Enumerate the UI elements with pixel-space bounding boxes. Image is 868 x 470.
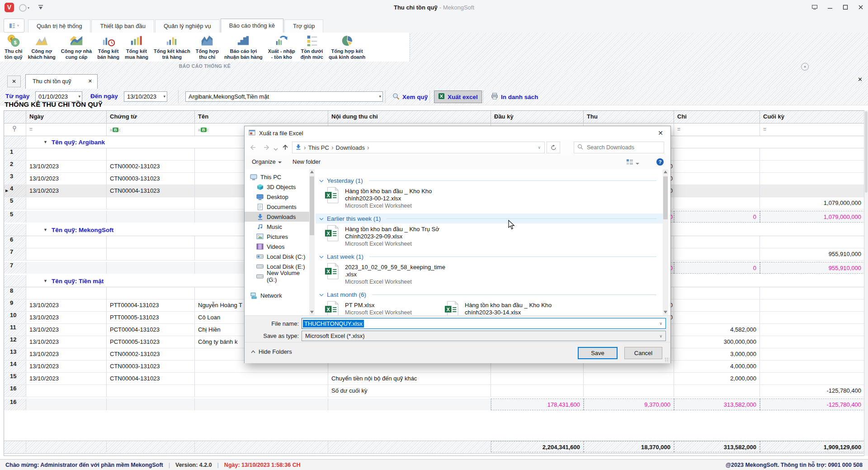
- scroll-up-icon[interactable]: [310, 171, 314, 174]
- refresh-icon[interactable]: [547, 142, 560, 153]
- chevron-down-icon[interactable]: ∨: [659, 334, 662, 338]
- column-header[interactable]: Cuối kỳ: [760, 111, 864, 123]
- chevron-down-icon[interactable]: [274, 146, 278, 152]
- minimize-icon[interactable]: [826, 5, 834, 11]
- export-excel-button[interactable]: Xuất excel: [434, 90, 482, 103]
- file-group-header[interactable]: Yesterday (1): [316, 176, 663, 185]
- ribbon-item-tong-ket-mua-hang[interactable]: Tổng kếtmua hàng: [122, 33, 151, 60]
- chevron-down-icon[interactable]: ▾: [78, 92, 80, 101]
- file-item[interactable]: XPT PM.xlsxMicrosoft Excel Worksheet: [325, 301, 442, 315]
- scroll-down-icon[interactable]: [664, 311, 667, 314]
- sidebar-item-network[interactable]: Network: [245, 290, 309, 300]
- forward-icon[interactable]: [263, 144, 270, 152]
- scroll-up-icon[interactable]: [664, 171, 667, 174]
- sidebar-item-local-disk-c[interactable]: Local Disk (C:): [245, 252, 309, 261]
- close-all-tabs-button[interactable]: ✕: [7, 76, 21, 87]
- filter-cell-pin[interactable]: [4, 123, 26, 136]
- ribbon-item-cong-no-khach-hang[interactable]: Công nợkhách hàng: [25, 33, 58, 60]
- file-name-input[interactable]: THUCHITONQUY.xlsx ∨: [302, 318, 666, 329]
- sidebar-item-videos[interactable]: Videos: [245, 242, 309, 252]
- ribbon-item-cong-no-nha-cung-cap[interactable]: Công nợ nhàcung cấp: [58, 33, 94, 60]
- sidebar-scrollbar[interactable]: [309, 169, 315, 315]
- ribbon-item-bao-cao-loi-nhuan-ban-hang[interactable]: Báo cáo lợinhuận bán hàng: [222, 33, 265, 60]
- sidebar-item-this-pc[interactable]: This PC: [245, 172, 309, 182]
- chevron-down-icon[interactable]: [319, 253, 324, 260]
- sidebar-item-downloads[interactable]: Downloads: [245, 212, 309, 222]
- sidebar-item-documents[interactable]: Documents: [245, 202, 309, 212]
- ribbon-item-tong-hop-ket-qua-kinh-doanh[interactable]: Tổng hợp kếtquả kinh doanh: [326, 33, 368, 60]
- column-header[interactable]: Ngày: [26, 111, 107, 123]
- data-row[interactable]: 16Số dư cuối kỳ-125,780,400: [4, 385, 864, 397]
- filter-cell-equals[interactable]: =: [26, 123, 107, 136]
- fit-screen-icon[interactable]: [811, 5, 818, 11]
- filter-cell-equals[interactable]: =: [674, 123, 760, 136]
- up-icon[interactable]: [282, 144, 289, 152]
- view-fund-button[interactable]: Xem quỹ: [389, 91, 431, 103]
- ribbon-item-tong-ket-khach-tra-hang[interactable]: Tổng kết kháchtrả hàng: [151, 33, 193, 60]
- ribbon-item-tong-hop-thu-chi[interactable]: Tổng hợpthu chi: [193, 33, 222, 60]
- help-icon[interactable]: ?: [656, 158, 664, 167]
- filter-cell-abc[interactable]: aBc: [107, 123, 195, 136]
- collapse-group-icon[interactable]: ▼: [43, 228, 47, 232]
- list-scrollbar[interactable]: [663, 169, 668, 315]
- ribbon-tab-3[interactable]: Báo cáo thống kê: [221, 19, 283, 33]
- file-item[interactable]: XHàng tồn kho ban đầu _ Kho Trụ SởChính2…: [325, 225, 442, 247]
- close-document-icon[interactable]: ✕: [858, 76, 863, 83]
- scrollbar-thumb[interactable]: [865, 111, 868, 193]
- file-group-header[interactable]: Last month (6): [316, 290, 663, 299]
- vertical-scrollbar[interactable]: [864, 110, 868, 456]
- scroll-down-icon[interactable]: [310, 311, 314, 314]
- fund-select[interactable]: Argibank,MekongSoft,Tiền mặt▾: [185, 91, 383, 102]
- chevron-down-icon[interactable]: [319, 291, 324, 298]
- chevron-down-icon[interactable]: ▾: [379, 92, 381, 101]
- column-header[interactable]: Chứng từ: [107, 111, 195, 123]
- organize-button[interactable]: Organize: [252, 158, 282, 165]
- ribbon-tab-1[interactable]: Thiết lập ban đầu: [91, 19, 154, 33]
- address-bar[interactable]: › This PC › Downloads › ∨: [292, 142, 545, 153]
- sidebar-item-3d-objects[interactable]: 3D Objects: [245, 182, 309, 192]
- cancel-button[interactable]: Cancel: [624, 347, 662, 359]
- column-header[interactable]: Tên: [195, 111, 328, 123]
- file-item[interactable]: XHàng tồn kho ban đầu _ Kho Khochính2023…: [325, 187, 442, 209]
- ribbon-tab-2[interactable]: Quản lý nghiệp vụ: [155, 19, 220, 33]
- ribbon-item-tong-ket-ban-hang[interactable]: Tổng kếtbán hàng: [94, 33, 122, 60]
- hide-folders-button[interactable]: Hide Folders: [251, 348, 292, 355]
- close-icon[interactable]: ✕: [651, 126, 670, 140]
- new-folder-button[interactable]: New folder: [292, 158, 321, 165]
- application-menu-button[interactable]: ▿: [4, 19, 24, 33]
- print-list-button[interactable]: In danh sách: [487, 91, 542, 103]
- sidebar-item-new-volume-g[interactable]: New Volume (G:): [245, 271, 309, 281]
- column-header[interactable]: Đầu kỳ: [491, 111, 584, 123]
- column-header[interactable]: Nội dung thu chi: [328, 111, 491, 123]
- collapse-group-icon[interactable]: ▼: [43, 140, 47, 144]
- maximize-icon[interactable]: [842, 5, 849, 11]
- ribbon-tab-4[interactable]: Trợ giúp: [284, 19, 324, 33]
- back-icon[interactable]: [249, 144, 257, 152]
- chevron-down-icon[interactable]: [319, 177, 324, 184]
- file-group-header[interactable]: Last week (1): [316, 252, 663, 261]
- chevron-down-icon[interactable]: ▾: [163, 92, 165, 101]
- chevron-down-icon[interactable]: ∨: [659, 321, 662, 326]
- save-type-select[interactable]: Microsoft Excel (*.xlsx) ∨: [302, 331, 666, 341]
- search-input[interactable]: [586, 144, 656, 151]
- column-header[interactable]: Chi: [674, 111, 760, 123]
- scrollbar-thumb[interactable]: [663, 176, 668, 219]
- ribbon-item-ton-duoi-dinh-muc[interactable]: Tồn dướiđịnh mức: [298, 33, 326, 60]
- to-date-input[interactable]: 13/10/2023▾: [124, 91, 167, 102]
- scrollbar-thumb[interactable]: [310, 176, 314, 235]
- sidebar-item-desktop[interactable]: Desktop: [245, 192, 309, 202]
- save-button[interactable]: Save: [578, 347, 618, 359]
- breadcrumb-this-pc[interactable]: This PC: [308, 144, 329, 151]
- file-item[interactable]: XHàng tồn kho ban đầu _ Kho Khochính2023…: [444, 301, 562, 315]
- tab-thu-chi-ton-quy[interactable]: Thu chi tồn quỹ ✕: [25, 74, 98, 89]
- sidebar-item-music[interactable]: Music: [245, 222, 309, 232]
- collapse-group-icon[interactable]: ▼: [43, 279, 47, 283]
- ribbon-item-xuat-nhap-ton-kho[interactable]: Xuất - nhập- tồn kho: [265, 33, 298, 60]
- breadcrumb-downloads[interactable]: Downloads: [336, 144, 365, 151]
- column-header[interactable]: Thu: [584, 111, 674, 123]
- search-box[interactable]: [574, 142, 664, 153]
- close-icon[interactable]: [857, 5, 864, 11]
- summary-row[interactable]: 16178,431,6009,370,000313,582,000-125,78…: [4, 399, 864, 410]
- ribbon-item-thu-chi-ton-quy[interactable]: €$Thu chitồn quỹ: [2, 33, 25, 60]
- ribbon-tab-0[interactable]: Quản trị hệ thống: [28, 19, 90, 33]
